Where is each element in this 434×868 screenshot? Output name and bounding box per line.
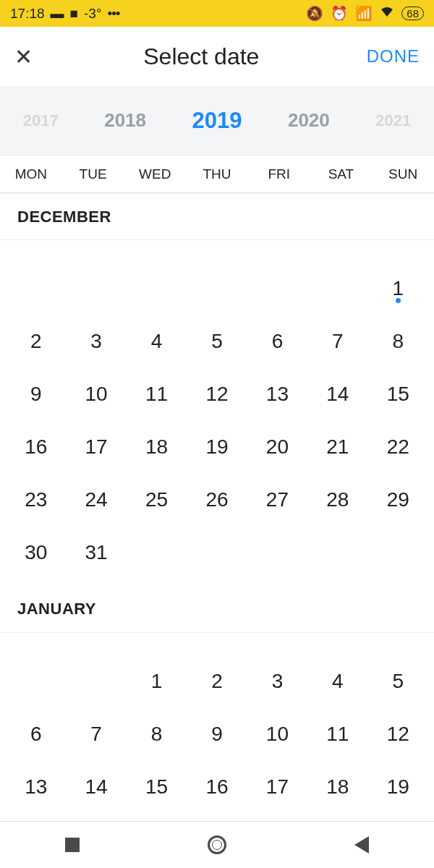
video-icon: ■ xyxy=(70,6,78,22)
calendar-scroll[interactable]: DECEMBER12345678910111213141516171819202… xyxy=(0,193,434,864)
alarm-icon: ⏰ xyxy=(331,5,348,22)
day-january-8[interactable]: 8 xyxy=(127,707,187,760)
empty-cell xyxy=(187,262,247,315)
weekday-sat: SAT xyxy=(310,166,373,182)
day-december-16[interactable]: 16 xyxy=(6,420,66,473)
day-december-28[interactable]: 28 xyxy=(307,473,367,526)
days-grid-december: 1234567891011121314151617181920212223242… xyxy=(0,240,434,586)
day-january-14[interactable]: 14 xyxy=(66,760,126,813)
empty-cell xyxy=(66,655,126,707)
day-january-1[interactable]: 1 xyxy=(127,655,187,707)
day-december-5[interactable]: 5 xyxy=(187,315,247,367)
android-nav-bar xyxy=(0,821,434,868)
day-december-6[interactable]: 6 xyxy=(247,315,307,367)
year-2020[interactable]: 2020 xyxy=(288,109,330,132)
back-icon[interactable] xyxy=(352,835,371,854)
day-january-7[interactable]: 7 xyxy=(66,707,126,760)
day-december-19[interactable]: 19 xyxy=(187,420,247,473)
day-december-2[interactable]: 2 xyxy=(6,315,66,367)
day-december-24[interactable]: 24 xyxy=(66,473,126,526)
empty-cell xyxy=(307,262,367,315)
day-december-17[interactable]: 17 xyxy=(66,420,126,473)
day-january-19[interactable]: 19 xyxy=(368,760,428,813)
status-temp: -3° xyxy=(84,6,102,22)
day-december-7[interactable]: 7 xyxy=(307,315,367,367)
day-january-13[interactable]: 13 xyxy=(6,760,66,813)
empty-cell xyxy=(6,655,66,707)
day-december-14[interactable]: 14 xyxy=(307,367,367,420)
day-december-26[interactable]: 26 xyxy=(187,473,247,526)
day-january-5[interactable]: 5 xyxy=(368,655,428,707)
day-january-12[interactable]: 12 xyxy=(368,707,428,760)
weekday-thu: THU xyxy=(186,166,248,182)
day-december-15[interactable]: 15 xyxy=(368,367,428,420)
recent-apps-icon[interactable] xyxy=(63,835,82,854)
weekday-header: MONTUEWEDTHUFRISATSUN xyxy=(0,156,434,193)
month-label-december: DECEMBER xyxy=(0,193,434,240)
day-december-29[interactable]: 29 xyxy=(368,473,428,526)
empty-cell xyxy=(247,262,307,315)
weekday-tue: TUE xyxy=(62,166,124,182)
status-time: 17:18 xyxy=(10,6,45,22)
dnd-icon: 🔕 xyxy=(306,5,323,22)
wifi-icon xyxy=(380,6,394,22)
day-january-3[interactable]: 3 xyxy=(247,655,307,707)
year-2018[interactable]: 2018 xyxy=(104,109,146,132)
year-2019[interactable]: 2019 xyxy=(192,108,242,134)
done-button[interactable]: DONE xyxy=(367,46,420,67)
day-december-13[interactable]: 13 xyxy=(247,367,307,420)
day-january-16[interactable]: 16 xyxy=(187,760,247,813)
page-title: Select date xyxy=(36,43,367,70)
month-label-january: JANUARY xyxy=(0,586,434,633)
day-december-27[interactable]: 27 xyxy=(247,473,307,526)
weekday-wed: WED xyxy=(124,166,186,182)
more-icon: ••• xyxy=(108,6,120,22)
day-january-6[interactable]: 6 xyxy=(6,707,66,760)
day-january-11[interactable]: 11 xyxy=(307,707,367,760)
day-december-22[interactable]: 22 xyxy=(368,420,428,473)
day-december-10[interactable]: 10 xyxy=(66,367,126,420)
day-december-20[interactable]: 20 xyxy=(247,420,307,473)
day-december-25[interactable]: 25 xyxy=(127,473,187,526)
day-january-15[interactable]: 15 xyxy=(127,760,187,813)
status-bar: 17:18 ▬ ■ -3° ••• 🔕 ⏰ 📶 68 xyxy=(0,0,434,27)
day-december-8[interactable]: 8 xyxy=(368,315,428,367)
day-january-2[interactable]: 2 xyxy=(187,655,247,707)
day-january-18[interactable]: 18 xyxy=(307,760,367,813)
day-december-23[interactable]: 23 xyxy=(6,473,66,526)
day-january-4[interactable]: 4 xyxy=(307,655,367,707)
day-december-30[interactable]: 30 xyxy=(6,526,66,579)
day-december-4[interactable]: 4 xyxy=(127,315,187,367)
weekday-sun: SUN xyxy=(372,166,434,182)
year-picker[interactable]: 20172018201920202021 xyxy=(0,86,434,156)
year-2017[interactable]: 2017 xyxy=(23,111,59,130)
empty-cell xyxy=(127,262,187,315)
day-december-3[interactable]: 3 xyxy=(66,315,126,367)
weekday-mon: MON xyxy=(0,166,62,182)
day-december-18[interactable]: 18 xyxy=(127,420,187,473)
day-december-1[interactable]: 1 xyxy=(368,262,428,315)
day-december-11[interactable]: 11 xyxy=(127,367,187,420)
empty-cell xyxy=(66,262,126,315)
weekday-fri: FRI xyxy=(248,166,310,182)
year-2021[interactable]: 2021 xyxy=(375,111,411,130)
day-january-9[interactable]: 9 xyxy=(187,707,247,760)
day-january-10[interactable]: 10 xyxy=(247,707,307,760)
day-december-21[interactable]: 21 xyxy=(307,420,367,473)
sms-icon: ▬ xyxy=(51,6,64,22)
header: ✕ Select date DONE xyxy=(0,27,434,86)
home-icon[interactable] xyxy=(208,835,226,854)
day-january-17[interactable]: 17 xyxy=(247,760,307,813)
day-december-9[interactable]: 9 xyxy=(6,367,66,420)
battery-level: 68 xyxy=(401,7,424,20)
day-december-31[interactable]: 31 xyxy=(66,526,126,579)
signal-icon: 📶 xyxy=(355,5,373,22)
day-december-12[interactable]: 12 xyxy=(187,367,247,420)
empty-cell xyxy=(6,262,66,315)
